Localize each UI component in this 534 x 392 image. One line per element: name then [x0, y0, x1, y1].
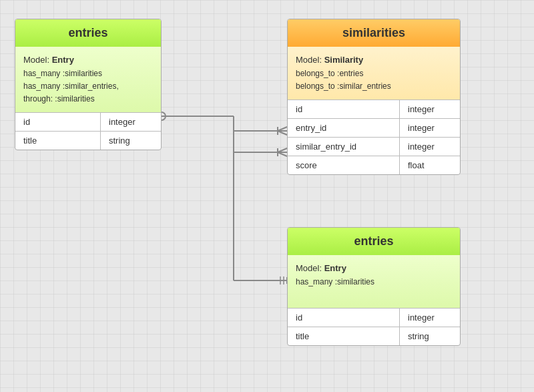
- entries-left-model-name: Entry: [52, 55, 74, 65]
- table-row: id integer: [288, 100, 460, 118]
- entries-left-header: entries: [15, 19, 161, 47]
- entries-right-model-label: Model:: [296, 263, 322, 273]
- similarities-relation-0: belongs_to :entries: [296, 67, 452, 80]
- col-type: integer: [400, 138, 460, 156]
- col-type: integer: [400, 100, 460, 118]
- similarities-info: Model: Similarity belongs_to :entries be…: [288, 47, 460, 100]
- col-type: integer: [400, 309, 460, 327]
- col-type: float: [400, 156, 460, 174]
- col-name: id: [288, 100, 400, 118]
- col-type: string: [400, 327, 460, 345]
- similarities-table: similarities Model: Similarity belongs_t…: [287, 19, 461, 175]
- similarities-header: similarities: [288, 19, 460, 47]
- entries-left-relation-2: through: :similarities: [23, 93, 153, 106]
- svg-line-4: [278, 127, 287, 131]
- entries-left-table: entries Model: Entry has_many :similarit…: [15, 19, 162, 150]
- table-row: id integer: [15, 112, 161, 131]
- similarities-model-label: Model:: [296, 55, 322, 65]
- table-row: entry_id integer: [288, 118, 460, 137]
- col-type: string: [101, 132, 161, 150]
- col-name: id: [288, 309, 400, 327]
- entries-left-model-label: Model:: [23, 55, 49, 65]
- entries-left-relation-0: has_many :similarities: [23, 67, 153, 80]
- similarities-relation-1: belongs_to :similar_entries: [296, 80, 452, 93]
- col-name: title: [15, 132, 101, 150]
- svg-line-5: [278, 131, 287, 135]
- similarities-model-name: Similarity: [324, 55, 364, 65]
- entries-right-model-name: Entry: [324, 263, 346, 273]
- entries-right-table: entries Model: Entry has_many :similarit…: [287, 227, 461, 346]
- entries-left-relation-1: has_many :similar_entries,: [23, 80, 153, 93]
- svg-line-10: [278, 148, 287, 152]
- entries-right-header: entries: [288, 228, 460, 255]
- table-row: similar_entry_id integer: [288, 137, 460, 156]
- col-type: integer: [101, 113, 161, 131]
- svg-line-11: [278, 152, 287, 156]
- table-row: title string: [288, 327, 460, 345]
- table-row: score float: [288, 156, 460, 174]
- col-name: similar_entry_id: [288, 138, 400, 156]
- col-name: id: [15, 113, 101, 131]
- col-type: integer: [400, 119, 460, 137]
- col-name: title: [288, 327, 400, 345]
- entries-right-relation-0: has_many :similarities: [296, 276, 452, 288]
- entries-left-info: Model: Entry has_many :similarities has_…: [15, 47, 161, 112]
- col-name: entry_id: [288, 119, 400, 137]
- col-name: score: [288, 156, 400, 174]
- entries-right-info: Model: Entry has_many :similarities: [288, 255, 460, 308]
- table-row: title string: [15, 131, 161, 150]
- table-row: id integer: [288, 308, 460, 327]
